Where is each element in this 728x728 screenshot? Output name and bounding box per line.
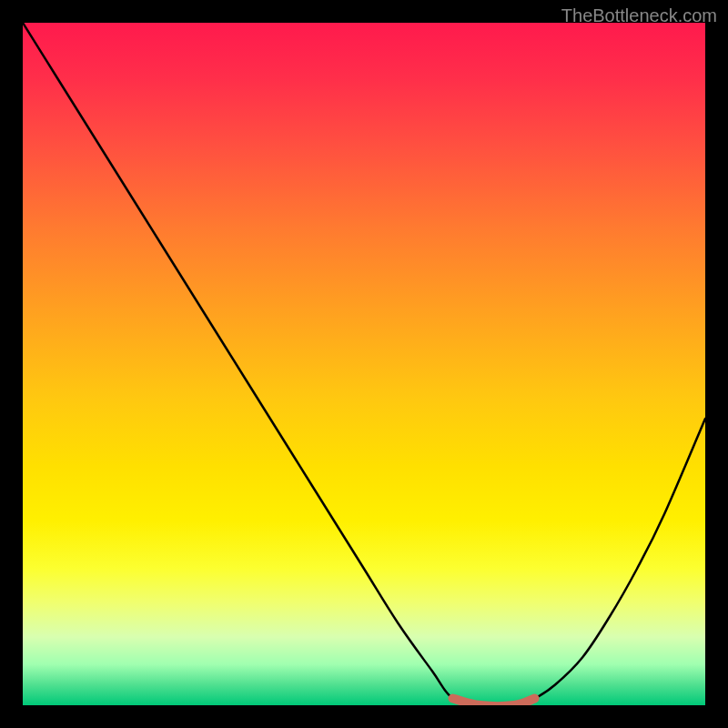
watermark-text: TheBottleneck.com <box>561 5 717 26</box>
flat-region-path <box>453 699 535 706</box>
chart-plot-area <box>23 23 705 705</box>
curve-svg <box>23 23 705 705</box>
bottleneck-curve-path <box>23 23 705 705</box>
